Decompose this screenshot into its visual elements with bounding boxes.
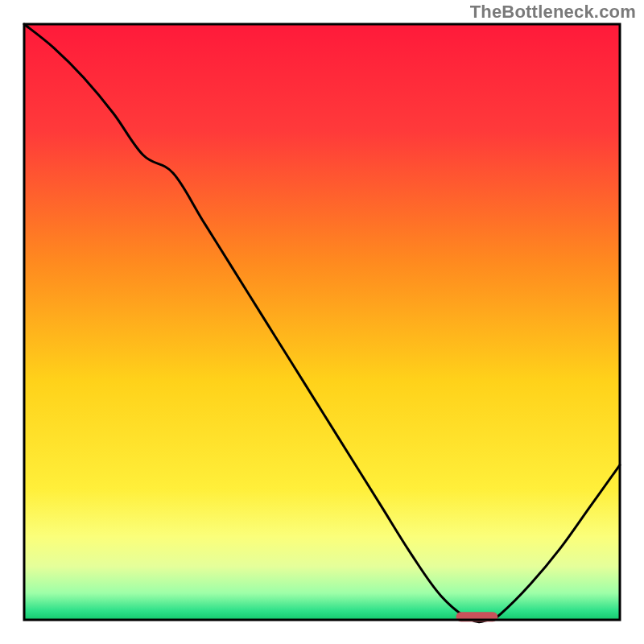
plot-area	[24, 24, 620, 622]
watermark-text: TheBottleneck.com	[470, 2, 636, 23]
bottleneck-chart	[0, 0, 644, 644]
chart-container: TheBottleneck.com	[0, 0, 644, 644]
